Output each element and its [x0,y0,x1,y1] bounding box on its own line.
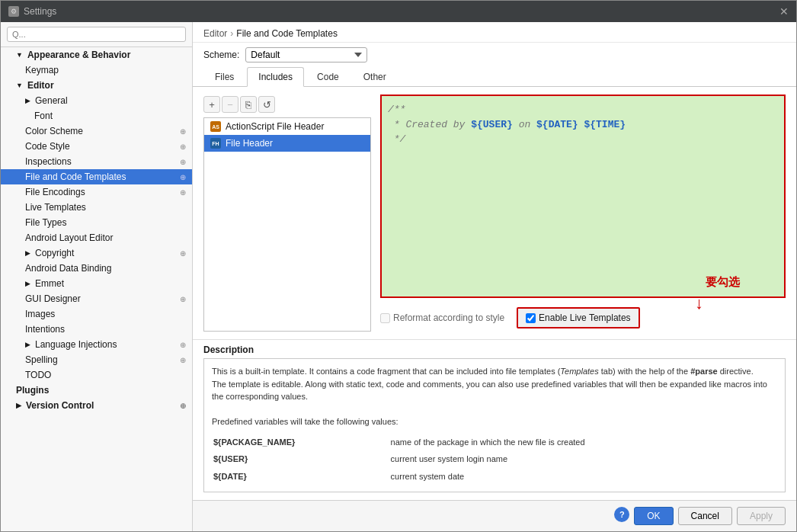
copy-icon: ⊕ [180,188,186,197]
sidebar-item-font[interactable]: Font [1,108,192,123]
tab-includes[interactable]: Includes [247,67,304,87]
desc-text-2: tab) with the help of the [599,367,690,376]
template-icon-as: AS [210,121,221,132]
apply-button[interactable]: Apply [737,507,786,525]
enable-live-checkbox[interactable] [526,313,536,323]
sidebar-item-file-code-templates[interactable]: File and Code Templates ⊕ [1,169,192,184]
sidebar-item-editor[interactable]: ▼ Editor [1,78,192,93]
sidebar-item-plugins[interactable]: Plugins [1,383,192,398]
sidebar-item-general[interactable]: ▶ General [1,93,192,108]
description-box: This is a built-in template. It contains… [203,358,786,492]
tab-code[interactable]: Code [306,67,350,86]
copy-icon: ⊕ [180,173,186,181]
close-button[interactable]: ✕ [779,5,789,18]
copy-icon: ⊕ [180,402,186,410]
tab-files[interactable]: Files [203,67,245,86]
main-content: ▼ Appearance & Behavior Keymap ▼ Editor … [1,22,796,531]
reformat-checkbox[interactable] [380,313,390,323]
code-area-col: /** * Created by ${USER} on ${DATE} ${TI… [380,95,786,332]
desc-text-1: This is a built-in template. It contains… [212,367,560,376]
template-label: ActionScript File Header [226,121,324,132]
sidebar-item-color-scheme[interactable]: Color Scheme ⊕ [1,123,192,139]
bottom-options: Reformat according to style Enable Live … [380,304,786,332]
description-title: Description [203,340,786,358]
sidebar-label: File and Code Templates [25,171,126,182]
sidebar-label: Code Style [25,141,70,152]
sidebar-item-language-injections[interactable]: ▶ Language Injections ⊕ [1,337,192,352]
expand-arrow: ▶ [25,249,30,257]
remove-template-button[interactable]: − [222,96,238,113]
sidebar-item-file-types[interactable]: File Types [1,215,192,230]
titlebar-left: ⚙ Settings [8,6,56,17]
sidebar-item-copyright[interactable]: ▶ Copyright ⊕ [1,245,192,261]
sidebar-item-live-templates[interactable]: Live Templates [1,200,192,215]
sidebar-item-android-layout[interactable]: Android Layout Editor [1,230,192,245]
sidebar-item-file-encodings[interactable]: File Encodings ⊕ [1,184,192,200]
sidebar-label: Editor [27,80,54,91]
sidebar-label: Color Scheme [25,126,83,136]
sidebar-item-intentions[interactable]: Intentions [1,322,192,337]
template-item-file-header[interactable]: FH File Header [204,135,370,152]
tab-other[interactable]: Other [352,67,398,86]
desc-var-row: ${PACKAGE_NAME} name of the package in w… [213,434,776,450]
copy-icon: ⊕ [180,127,186,136]
sidebar-item-keymap[interactable]: Keymap [1,62,192,78]
sidebar-item-images[interactable]: Images [1,306,192,322]
icon-label: AS [212,124,219,130]
expand-arrow: ▶ [25,341,30,348]
desc-text-templates: Templates [560,367,598,376]
template-item-actionscript[interactable]: AS ActionScript File Header [204,118,370,135]
sidebar-label: Spelling [25,354,58,365]
sidebar-item-version-control[interactable]: ▶ Version Control ⊕ [1,398,192,413]
sidebar-label: File Types [25,217,66,228]
breadcrumb-separator: › [230,28,233,39]
reset-template-button[interactable]: ↺ [258,96,275,113]
desc-text-parse: #parse [690,367,717,376]
copy-icon: ⊕ [180,356,186,364]
window-title: Settings [24,6,56,17]
sidebar-item-code-style[interactable]: Code Style ⊕ [1,139,192,154]
template-icon-fh: FH [210,138,221,149]
sidebar-label: Images [25,309,55,319]
expand-arrow: ▼ [16,82,23,89]
sidebar-label: Copyright [35,248,74,258]
sidebar-label: Font [34,111,53,121]
sidebar-item-todo[interactable]: TODO [1,367,192,383]
code-editor[interactable]: /** * Created by ${USER} on ${DATE} ${TI… [380,95,786,298]
right-panel: Editor › File and Code Templates Scheme:… [193,22,796,531]
sidebar-label: Appearance & Behavior [27,50,130,60]
sidebar-item-android-data[interactable]: Android Data Binding [1,261,192,276]
scheme-label: Scheme: [203,50,239,60]
expand-arrow: ▶ [25,97,30,104]
bottom-bar: ? OK Cancel Apply [193,500,796,531]
search-input[interactable] [7,27,186,42]
cancel-button[interactable]: Cancel [678,507,732,525]
enable-live-templates-button[interactable]: Enable Live Templates [517,307,640,328]
copy-template-button[interactable]: ⎘ [240,96,257,113]
expand-arrow: ▶ [16,402,21,409]
sidebar-item-appearance[interactable]: ▼ Appearance & Behavior [1,47,192,62]
scheme-row: Scheme: Default Project [193,43,796,67]
help-button[interactable]: ? [614,507,629,522]
breadcrumb: Editor › File and Code Templates [193,22,796,43]
panel-body: + − ⎘ ↺ AS ActionScript File Header [193,87,796,339]
expand-arrow: ▼ [16,51,23,59]
reformat-checkbox-label[interactable]: Reformat according to style [380,312,504,323]
template-toolbar: + − ⎘ ↺ [203,95,371,114]
sidebar-item-inspections[interactable]: Inspections ⊕ [1,154,192,169]
sidebar-item-spelling[interactable]: Spelling ⊕ [1,352,192,367]
sidebar-label: GUI Designer [25,293,81,304]
template-label: File Header [226,138,273,149]
sidebar-item-gui-designer[interactable]: GUI Designer ⊕ [1,291,192,306]
ok-button[interactable]: OK [634,507,673,525]
sidebar-item-emmet[interactable]: ▶ Emmet [1,276,192,291]
tabs-row: Files Includes Code Other [193,67,796,87]
scheme-select[interactable]: Default Project [245,47,367,62]
icon-label: FH [212,141,219,146]
enable-live-label: Enable Live Templates [539,312,631,323]
breadcrumb-parent: Editor [203,28,227,39]
copy-icon: ⊕ [180,295,186,303]
sidebar-label: File Encodings [25,187,85,197]
add-template-button[interactable]: + [203,96,220,113]
sidebar-label: Android Data Binding [25,263,111,274]
